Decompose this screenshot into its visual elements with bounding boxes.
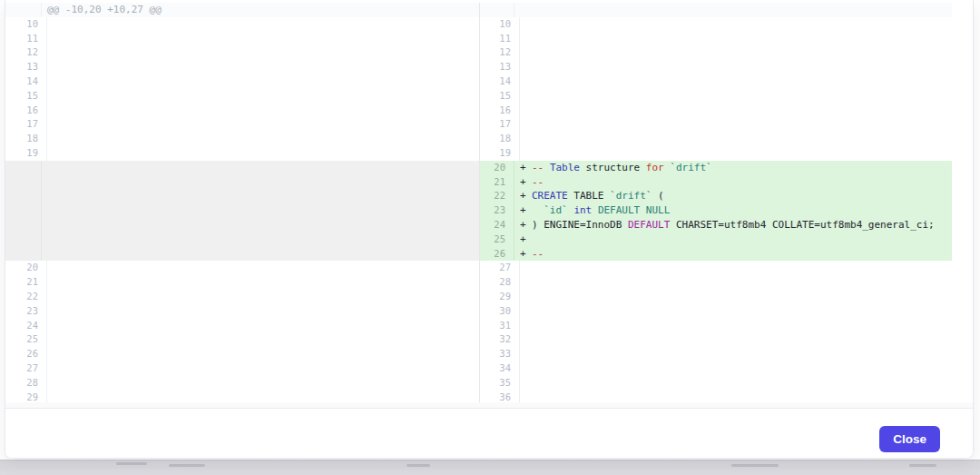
line-number: 10: [11, 17, 47, 32]
code-line: [42, 161, 479, 175]
line-number: 23: [11, 304, 47, 319]
diff-split-view[interactable]: @@ -10,20 +10,27 @@1011--12-- Table stru…: [5, 0, 973, 402]
line-number: 15: [485, 89, 520, 104]
line-number: 10: [485, 17, 520, 32]
line-number: 16: [11, 104, 47, 118]
diff-row: 29CREATE TABLE `test` (: [480, 290, 917, 304]
line-number: 22: [11, 290, 47, 304]
line-number: 26: [480, 247, 514, 262]
diff-row: 15 `id` int NOT NULL,: [480, 89, 917, 104]
line-number: 24: [480, 218, 514, 233]
added-line-marker: +: [520, 161, 532, 175]
line-number: 27: [11, 361, 47, 376]
diff-added-row: 24+) ENGINE=InnoDB DEFAULT CHARSET=utf8m…: [480, 218, 952, 233]
line-number: 22: [480, 189, 514, 203]
added-line-marker: +: [520, 247, 532, 262]
code-line: [42, 247, 479, 262]
line-number: 31: [485, 319, 520, 333]
diff-modal: @@ -10,20 +10,27 @@1011--12-- Table stru…: [5, 0, 974, 459]
diff-added-row: 26+--: [480, 247, 952, 262]
diff-placeholder-row: [5, 247, 479, 262]
diff-row: 17) ENGINE=InnoDB DEFAULT CHARSET=utf8mb…: [480, 117, 917, 132]
diff-added-row: 21+--: [480, 175, 952, 190]
code-line: +--: [514, 175, 952, 190]
line-number: 14: [485, 74, 520, 89]
diff-placeholder-row: [5, 218, 479, 233]
diff-row: 14CREATE TABLE `demotenant` (: [5, 74, 443, 89]
line-number: [5, 233, 42, 247]
diff-row: 22CREATE TABLE `test` (: [5, 290, 443, 304]
line-number: 18: [11, 132, 47, 146]
line-number: 12: [11, 45, 47, 60]
diff-row: 10: [480, 17, 917, 32]
horizontal-scrollbar-track[interactable]: [5, 402, 973, 409]
background-page-strip: [0, 460, 980, 475]
background-blur-fragment: [407, 464, 430, 467]
line-number: 29: [485, 290, 520, 304]
diff-row: 16 PRIMARY KEY (`id`): [5, 104, 443, 118]
line-number: 17: [485, 117, 520, 132]
diff-row: 18: [480, 132, 917, 146]
code-line: [514, 3, 952, 17]
diff-row: 19--: [5, 146, 443, 161]
diff-row: 24 PRIMARY KEY (`id`): [5, 319, 443, 333]
diff-placeholder-row: [5, 203, 479, 218]
background-blur-fragment: [169, 464, 205, 467]
line-number: 35: [485, 376, 520, 391]
code-line: [42, 175, 479, 190]
diff-row: 20-- Table structure for `test`: [5, 261, 443, 275]
line-number: 11: [11, 32, 47, 46]
diff-row: 13--: [5, 60, 443, 74]
diff-row: 31 PRIMARY KEY (`id`): [480, 319, 917, 333]
code-line: +) ENGINE=InnoDB DEFAULT CHARSET=utf8mb4…: [514, 218, 952, 233]
added-line-marker: +: [520, 218, 532, 233]
line-number: 27: [485, 261, 520, 275]
diff-placeholder-row: [5, 175, 479, 190]
line-number: 16: [485, 104, 520, 118]
diff-row: 16 PRIMARY KEY (`id`): [480, 104, 917, 118]
line-number: [480, 3, 514, 17]
diff-pane-left: @@ -10,20 +10,27 @@1011--12-- Table stru…: [5, 3, 479, 402]
diff-pane-right: 1011--12-- Table structure for `demotena…: [479, 3, 952, 402]
diff-row: 30 `id` int NOT NULL,: [480, 304, 917, 319]
line-number: 20: [11, 261, 47, 275]
line-number: [5, 189, 42, 203]
line-number: 28: [485, 275, 520, 290]
diff-row: 25) ENGINE=InnoDB DEFAULT CHARSET=utf8mb…: [5, 332, 443, 347]
added-line-marker: +: [520, 203, 532, 218]
line-number: 13: [485, 60, 520, 74]
line-number: [5, 3, 42, 17]
background-blur-fragment: [909, 464, 936, 467]
diff-row: 21--: [5, 275, 443, 290]
line-number: 33: [485, 347, 520, 361]
line-number: 23: [480, 203, 514, 218]
line-number: [5, 203, 42, 218]
diff-row: 13--: [480, 60, 917, 74]
diff-added-row: 22+CREATE TABLE `drift` (: [480, 189, 952, 203]
line-number: 29: [11, 391, 47, 402]
code-line: + `id` int DEFAULT NULL: [514, 203, 952, 218]
line-number: 14: [11, 74, 47, 89]
line-number: [5, 218, 42, 233]
diff-row: 27--: [5, 361, 443, 376]
close-button[interactable]: Close: [879, 426, 940, 452]
diff-row: 14CREATE TABLE `demotenant` (: [480, 74, 917, 89]
diff-added-row: 20+-- Table structure for `drift`: [480, 161, 952, 175]
code-line: @@ -10,20 +10,27 @@: [42, 3, 479, 17]
diff-row: 23 `id` int NOT NULL,: [5, 304, 443, 319]
diff-added-row: 25+: [480, 233, 952, 247]
diff-row: 36--: [480, 391, 917, 402]
code-line: [42, 203, 479, 218]
diff-row: 15 `id` int NOT NULL,: [5, 89, 443, 104]
diff-row: 11--: [5, 32, 443, 46]
diff-row: 32) ENGINE=InnoDB DEFAULT CHARSET=utf8mb…: [480, 332, 917, 347]
background-blur-fragment: [731, 464, 779, 467]
line-number: 11: [485, 32, 520, 46]
line-number: [5, 161, 42, 175]
diff-row: 10: [5, 17, 443, 32]
diff-row: 12-- Table structure for `demotenant`: [5, 45, 443, 60]
code-line: +--: [514, 247, 952, 262]
code-line: [42, 233, 479, 247]
line-number: 15: [11, 89, 47, 104]
line-number: 32: [485, 332, 520, 347]
